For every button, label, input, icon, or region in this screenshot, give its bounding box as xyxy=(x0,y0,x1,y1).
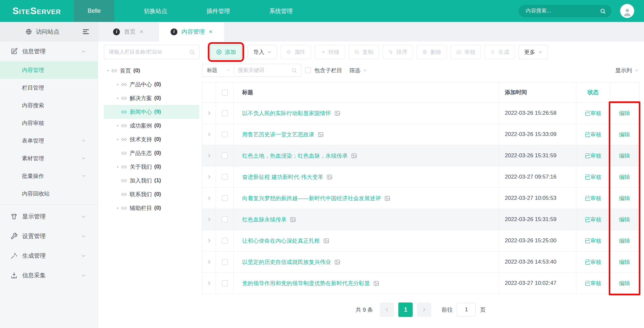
row-checkbox[interactable] xyxy=(222,153,228,159)
tree-node-join-us[interactable]: 加入我们 (1) xyxy=(104,174,199,187)
display-columns-dropdown[interactable]: 显示列 xyxy=(615,67,639,74)
content-title-link[interactable]: 让初心使命在内心深处真正扎根 xyxy=(234,230,499,251)
tab-content-management[interactable]: i 内容管理 × xyxy=(159,22,224,42)
sidebar-item-content-management[interactable]: 内容管理 xyxy=(0,61,98,79)
caret-right-icon[interactable] xyxy=(115,165,120,169)
sort-button[interactable]: 排序 xyxy=(383,45,413,59)
edit-link[interactable]: 编辑 xyxy=(610,145,639,166)
more-button[interactable]: 更多 xyxy=(519,45,548,59)
collapse-sidebar-button[interactable] xyxy=(82,28,90,36)
search-field-select[interactable]: 标题 xyxy=(202,67,234,74)
close-icon[interactable]: × xyxy=(140,28,143,35)
sidebar-item-channel-management[interactable]: 栏目管理 xyxy=(0,79,98,96)
channel-search-input[interactable]: 请输入栏目名称/栏目Id xyxy=(104,45,199,59)
tree-node-product-ecosystem[interactable]: 产品生态 (0) xyxy=(104,146,199,160)
edit-link[interactable]: 编辑 xyxy=(610,230,639,251)
sidebar-item-content-review[interactable]: 内容审核 xyxy=(0,114,98,132)
tree-node-success-cases[interactable]: 成功案例 (0) xyxy=(104,119,199,132)
edit-link[interactable]: 编辑 xyxy=(610,251,639,273)
tree-node-home[interactable]: 首页 (0) xyxy=(104,64,199,78)
content-title-link[interactable]: 红色血脉永续传承 xyxy=(234,209,499,230)
sidebar-item-batch-operations[interactable]: 批量操作 xyxy=(0,167,98,185)
row-expand-button[interactable] xyxy=(202,230,216,251)
content-title-link[interactable]: 用鲁艺历史讲一堂文艺思政课 xyxy=(234,124,499,145)
edit-link[interactable]: 编辑 xyxy=(610,273,639,294)
transfer-button[interactable]: 转移 xyxy=(315,45,345,59)
page-number-button[interactable]: 1 xyxy=(398,302,413,317)
sidebar-item-form-management[interactable]: 表单管理 xyxy=(0,132,98,149)
row-expand-button[interactable] xyxy=(202,124,216,145)
tree-node-solutions[interactable]: 解决方案 (0) xyxy=(104,91,199,105)
edit-link[interactable]: 编辑 xyxy=(610,166,639,188)
row-expand-button[interactable] xyxy=(202,166,216,188)
edit-link[interactable]: 编辑 xyxy=(610,209,639,230)
tree-node-tech-support[interactable]: 技术支持 (0) xyxy=(104,132,199,146)
tree-node-news-center[interactable]: 新闻中心 (9) xyxy=(104,105,199,119)
select-all-checkbox[interactable] xyxy=(222,90,228,95)
content-title-link[interactable]: 向着复兴梦想的新跨越——新时代中国经济社会发展述评 xyxy=(234,188,499,209)
row-checkbox[interactable] xyxy=(222,110,228,116)
caret-right-icon[interactable] xyxy=(115,124,120,128)
caret-right-icon[interactable] xyxy=(115,138,120,141)
caret-right-icon[interactable] xyxy=(115,206,120,210)
search-icon[interactable] xyxy=(600,8,606,14)
sidebar-group-display-management[interactable]: 显示管理 xyxy=(0,207,98,226)
content-title-link[interactable]: 红色土地，热血浸染；红色血脉，永续传承 xyxy=(234,145,499,166)
content-search-box[interactable]: 内容搜索... xyxy=(519,5,612,17)
review-button[interactable]: 审核 xyxy=(451,45,481,59)
visit-site-button[interactable]: 访问站点 xyxy=(0,22,98,42)
import-button[interactable]: 导入 xyxy=(248,45,277,59)
generate-button[interactable]: 生成 xyxy=(485,45,515,59)
row-expand-button[interactable] xyxy=(202,209,216,230)
row-expand-button[interactable] xyxy=(202,145,216,166)
goto-page-input[interactable] xyxy=(457,303,476,317)
sidebar-item-content-search[interactable]: 内容搜索 xyxy=(0,96,98,114)
next-page-button[interactable] xyxy=(417,302,431,317)
row-checkbox[interactable] xyxy=(222,280,228,286)
caret-right-icon[interactable] xyxy=(115,96,120,100)
row-expand-button[interactable] xyxy=(202,188,216,209)
attributes-button[interactable]: 属性 xyxy=(281,45,311,59)
filter-dropdown[interactable]: 筛选 xyxy=(349,67,367,74)
row-expand-button[interactable] xyxy=(202,273,216,294)
nav-switch-site[interactable]: 切换站点 xyxy=(134,0,177,22)
tree-node-products[interactable]: 产品中心 (0) xyxy=(104,78,199,91)
row-expand-button[interactable] xyxy=(202,103,216,124)
row-checkbox[interactable] xyxy=(222,216,228,222)
current-site-tab[interactable]: Belle xyxy=(74,0,114,22)
sidebar-group-settings-management[interactable]: 设置管理 xyxy=(0,226,98,246)
search-icon[interactable] xyxy=(291,68,297,73)
row-checkbox[interactable] xyxy=(222,131,228,137)
include-children-checkbox[interactable] xyxy=(305,67,311,73)
edit-link[interactable]: 编辑 xyxy=(610,188,639,209)
copy-button[interactable]: 复制 xyxy=(349,45,379,59)
keyword-input[interactable]: 搜索关键词 xyxy=(234,67,301,74)
content-title-link[interactable]: 党的领导作用和党的领导制度优势在新时代充分彰显 xyxy=(234,273,499,294)
sidebar-group-generate-management[interactable]: 生成管理 xyxy=(0,246,98,266)
sidebar-group-info-management[interactable]: 信息管理 xyxy=(0,42,98,61)
add-button[interactable]: 添加 xyxy=(210,45,241,59)
tree-node-about-us[interactable]: 关于我们 (0) xyxy=(104,160,199,174)
delete-button[interactable]: 删除 xyxy=(417,45,447,59)
tab-home[interactable]: i 首页 × xyxy=(98,22,159,42)
content-title-link[interactable]: 以不负人民的实际行动彰显家国情怀 xyxy=(234,103,499,124)
row-expand-button[interactable] xyxy=(202,251,216,273)
nav-system-management[interactable]: 系统管理 xyxy=(259,0,303,22)
caret-down-icon[interactable] xyxy=(105,69,110,73)
content-title-link[interactable]: 奋进新征程 建功新时代·伟大变革 xyxy=(234,166,499,188)
caret-right-icon[interactable] xyxy=(115,83,120,86)
search-icon[interactable] xyxy=(189,49,195,55)
row-checkbox[interactable] xyxy=(222,174,228,180)
sidebar-item-material-management[interactable]: 素材管理 xyxy=(0,149,98,167)
close-icon[interactable]: × xyxy=(209,28,212,35)
tree-node-contact-us[interactable]: 联系我们 (0) xyxy=(104,187,199,201)
row-checkbox[interactable] xyxy=(222,238,228,244)
row-checkbox[interactable] xyxy=(222,259,228,265)
row-checkbox[interactable] xyxy=(222,195,228,201)
content-title-link[interactable]: 以坚定的历史自信成就民族复兴伟业 xyxy=(234,251,499,273)
user-avatar[interactable] xyxy=(620,4,634,18)
sidebar-item-content-recycle-bin[interactable]: 内容回收站 xyxy=(0,185,98,202)
nav-plugin-management[interactable]: 插件管理 xyxy=(197,0,240,22)
sidebar-group-info-collection[interactable]: 信息采集 xyxy=(0,266,98,285)
edit-link[interactable]: 编辑 xyxy=(610,103,639,124)
